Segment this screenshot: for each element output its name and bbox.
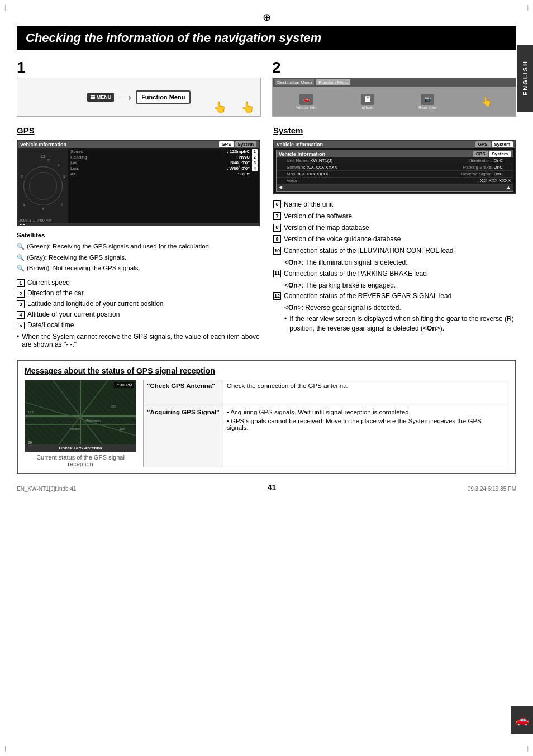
step2-dest-label: Destination Menu <box>275 79 314 85</box>
sat-brown-icon: 🔍 <box>17 264 25 273</box>
sys-item-12-indent: <On>: Reverse gear signal is detected. <box>284 303 516 313</box>
gps-speed-value: : 123mphC <box>227 149 250 154</box>
system-row-6: 6 Unit Name : KW-NT1(J) Illumination : O… <box>277 157 513 164</box>
ol-icon-box: 🅿 <box>361 94 374 105</box>
sys-item-10-indent: <On>: The illumination signal is detecte… <box>284 258 516 267</box>
sat-gray-icon: 🔍 <box>17 253 25 262</box>
system-inner-title: Vehicle Information <box>279 151 325 157</box>
sys-item-8-text: Version of the map database <box>284 223 369 233</box>
gps-item-1: 1 Current speed <box>17 279 260 287</box>
gps-heading-label: Heading <box>70 155 87 160</box>
system-outer-title: Vehicle Information <box>277 142 323 147</box>
system-num-items: 6 Name of the unit 7 Version of the soft… <box>273 200 516 333</box>
sys-row-7-label: Software <box>287 165 304 170</box>
sys-row-8-value: : X.X.XXX.XXXX <box>296 171 329 176</box>
gps-num-items: 1 Current speed 2 Direction of the car 3… <box>17 279 260 348</box>
step1-image: MENU ⟶ Function Menu 👆 👆 <box>17 78 261 117</box>
sys-item-6: 6 Name of the unit <box>273 200 516 209</box>
menu-button[interactable]: MENU <box>87 93 115 102</box>
svg-text:295: 295 <box>119 427 125 430</box>
gps-map-inner <box>29 172 57 200</box>
step2-rear-label: Rear View <box>418 106 436 109</box>
sat-green: 🔍 (Green): Receiving the GPS signals and… <box>17 242 260 251</box>
svg-text:20: 20 <box>28 441 32 444</box>
gps-screen: Vehicle Information GPS System 12 3 6 <box>17 140 260 226</box>
gps-item-1-num: 1 <box>17 279 25 287</box>
system-tab-gps[interactable]: GPS <box>475 141 491 147</box>
footer-left: EN_KW-NT1[J]f.indb 41 <box>17 486 77 492</box>
step2-func-label: Function Menu <box>316 79 350 85</box>
car-icon: 🚗 <box>515 713 529 726</box>
top-compass: ⊕ <box>17 11 516 23</box>
gps-messages-content: 123 Arlington Washington 20 295 MENU 395… <box>25 380 508 467</box>
gps-bullet-text: When the System cannot receive the GPS s… <box>22 333 260 348</box>
sys-item-12: 12 Connection status of the REVERSE GEAR… <box>273 291 516 301</box>
gps-bottom-bar: 5 ▲ <box>18 223 259 226</box>
step2-number: 2 <box>272 60 516 75</box>
sys-item-11-text: Connection status of the PARKING BRAKE l… <box>284 269 427 279</box>
system-bottom-bar: ◀ ▲ <box>277 184 513 191</box>
system-outer-tabs: GPS System <box>475 141 513 147</box>
corner-mark-tr: | <box>527 4 529 11</box>
gps-bottom-arrow[interactable]: ▲ <box>253 224 256 226</box>
satellites-title: Satellites <box>17 231 260 240</box>
sys-row-7-rvalue: : OnC <box>491 165 511 170</box>
gps-msg-row-2: "Acquiring GPS Signal" • Acquiring GPS s… <box>144 406 508 467</box>
page-footer: EN_KW-NT1[J]f.indb 41 41 09.3.24 6:19:35… <box>17 483 516 492</box>
gps-lon-value: : W60° 0'0" <box>227 166 250 171</box>
sys-num-6: 6 <box>273 158 274 164</box>
language-sidebar: ENGLISH <box>517 45 533 112</box>
system-row-9: 9 Voice : X.X.XXX.XXXX <box>277 178 513 184</box>
system-outer-header: Vehicle Information GPS System <box>274 141 515 148</box>
gps-item-4-num: 4 <box>17 311 25 319</box>
svg-text:Arlington: Arlington <box>69 428 80 430</box>
sys-item-6-text: Name of the unit <box>284 200 333 209</box>
step2-vehicle-label: Vehicle Info <box>296 106 316 109</box>
gps-num-4: 4 <box>252 166 258 171</box>
sys-item-10-text: Connection status of the ILLUMINATION CO… <box>284 246 453 256</box>
system-row-8: 8 Map : X.X.XXX.XXXX Reverse Signal : Of… <box>277 171 513 178</box>
system-inner-tab-system[interactable]: System <box>489 151 511 157</box>
gps-item-4: 4 Altitude of your current position <box>17 310 260 319</box>
gps-speed-label: Speed <box>70 149 83 154</box>
sys-row-8-rlabel: Reverse Signal <box>461 171 491 176</box>
svg-text:Washington: Washington <box>86 419 101 422</box>
check-gps-bar: Check GPS Antenna <box>25 444 136 452</box>
step2-ol-label: ol Icon <box>361 106 373 109</box>
sys-row-9-value: : X.X.XXX.XXXX <box>478 178 511 183</box>
system-up-btn[interactable]: ▲ <box>506 185 511 190</box>
sys-num-7: 7 <box>273 165 274 170</box>
sys-item-11-indent: <On>: The parking brake is engaged. <box>284 281 516 290</box>
system-inner-tab-gps[interactable]: GPS <box>473 151 488 157</box>
system-tab-system[interactable]: System <box>492 141 513 147</box>
step2-top-bar: Destination Menu Function Menu <box>273 78 516 87</box>
sys-item-7: 7 Version of the software <box>273 212 516 221</box>
gps-heading-value: : NWC <box>236 155 250 160</box>
gps-alt-value: : 82 ft <box>238 171 250 176</box>
gps-map: 12 3 6 9 1 11 7 5 2009-3-1 7:00 PM <box>18 148 68 223</box>
sys-row-6-value: : KW-NT1(J) <box>308 158 332 163</box>
sys-item-6-num: 6 <box>273 200 281 208</box>
gps-msg-val-2: • Acquiring GPS signals. Wait until sign… <box>223 406 508 467</box>
gps-time: 2009-3-1 7:00 PM <box>19 218 51 222</box>
step1-number: 1 <box>17 60 261 75</box>
vehicle-icon-box: 🚗 <box>299 94 313 105</box>
system-back-btn[interactable]: ◀ <box>279 185 282 190</box>
sat-brown: 🔍 (Brown): Not receiving the GPS signals… <box>17 264 260 273</box>
page-container: | | | | ⊕ ENGLISH Checking the informati… <box>0 0 533 756</box>
sys-num-9: 9 <box>273 178 274 184</box>
gps-tab-gps[interactable]: GPS <box>219 141 234 147</box>
gps-item-5-text: Date/Local time <box>27 321 74 329</box>
gps-item-2-num: 2 <box>17 290 25 298</box>
step2-icon-ol: 🅿 ol Icon <box>361 94 374 109</box>
sys-item-12-text: Connection status of the REVERSE GEAR SI… <box>284 291 451 301</box>
gps-msg-row-1: "Check GPS Antenna" Check the connection… <box>144 380 508 406</box>
gps-num-2: 2 <box>252 155 258 160</box>
gps-messages-title: Messages about the status of GPS signal … <box>25 366 508 375</box>
gps-msg-time: 7:00 PM <box>114 382 134 388</box>
corner-mark-tl: | <box>4 4 6 11</box>
gps-tab-system[interactable]: System <box>235 141 256 147</box>
sys-row-7-value: : X.X.XXX.XXXX <box>304 165 337 170</box>
system-section-heading: System <box>273 126 516 135</box>
gps-item-3: 3 Latitude and longitude of your current… <box>17 300 260 308</box>
